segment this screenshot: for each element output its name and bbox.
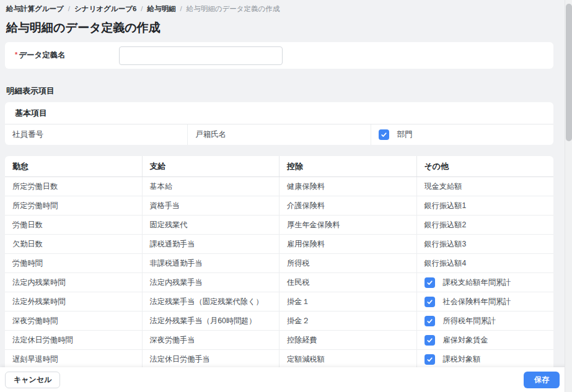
table-cell: 社会保険料年間累計 <box>417 292 554 311</box>
table-cell: 課税支給額年間累計 <box>417 273 554 292</box>
table-cell: 銀行振込額3 <box>417 235 554 253</box>
cell-label: 雇保対象賃金 <box>443 335 488 346</box>
cell-label: 部門 <box>397 129 413 140</box>
breadcrumb-separator: / <box>141 5 143 13</box>
cell-label: 雇用保険料 <box>287 239 325 250</box>
table-cell: 現金支給額 <box>417 177 554 196</box>
checkbox[interactable] <box>425 316 435 326</box>
table-cell: 深夜労働手当 <box>143 331 280 349</box>
table-cell: 資格手当 <box>143 196 280 215</box>
table-cell: 法定休日労働時間 <box>5 331 143 349</box>
vertical-scrollbar[interactable] <box>565 0 572 392</box>
breadcrumb-item[interactable]: 給与計算グループ <box>6 5 64 13</box>
cell-label: 法定外残業時間 <box>12 297 65 307</box>
items-table: 勤怠支給控除その他 所定労働日数基本給健康保険料現金支給額所定労働時間資格手当介… <box>5 156 553 369</box>
table-cell: 部門 <box>371 124 553 145</box>
breadcrumb-separator: / <box>180 5 182 13</box>
basic-items-header: 基本項目 <box>5 102 553 124</box>
checkbox[interactable] <box>425 297 435 307</box>
cell-label: 固定残業代 <box>150 220 188 230</box>
table-cell: 遅刻早退時間 <box>5 350 143 368</box>
cell-label: 基本給 <box>150 181 173 192</box>
save-button[interactable]: 保存 <box>524 372 560 388</box>
column-header: 控除 <box>279 156 417 176</box>
table-cell: 課税通勤手当 <box>143 235 280 253</box>
table-cell: 定額減税額 <box>279 350 417 368</box>
table-cell: 法定外残業手当（月60時間超） <box>143 311 280 330</box>
page-title: 給与明細のデータ定義の作成 <box>6 20 561 36</box>
cell-label: 欠勤日数 <box>12 239 43 250</box>
data-definition-form-card: * データ定義名 <box>5 42 553 69</box>
column-header: 勤怠 <box>5 156 143 176</box>
cell-label: 社会保険料年間累計 <box>443 297 511 307</box>
column-header: 支給 <box>143 156 280 176</box>
basic-items-row: 社員番号戸籍氏名部門 <box>5 124 553 145</box>
breadcrumb-item[interactable]: シナリオグループ6 <box>74 5 136 13</box>
scrollbar-thumb[interactable] <box>566 4 572 141</box>
cell-label: 課税支給額年間累計 <box>443 277 511 288</box>
cell-label: 銀行振込額1 <box>425 201 467 211</box>
table-row: 欠勤日数課税通勤手当雇用保険料銀行振込額3 <box>5 235 553 254</box>
cell-label: 掛金１ <box>287 297 310 307</box>
cell-label: 法定内残業時間 <box>12 277 65 288</box>
table-cell: 法定内残業手当 <box>143 273 280 292</box>
check-icon <box>426 298 433 305</box>
table-cell: 住民税 <box>279 273 417 292</box>
cell-label: 現金支給額 <box>425 181 462 192</box>
table-cell: 法定残業手当（固定残業代除く） <box>143 292 280 311</box>
table-cell: 法定外残業時間 <box>5 292 143 311</box>
table-cell: 介護保険料 <box>279 196 417 215</box>
cell-label: 所得税 <box>287 258 310 269</box>
table-cell: 厚生年金保険料 <box>279 216 417 234</box>
cell-label: 銀行振込額3 <box>425 239 467 250</box>
check-icon <box>426 318 433 324</box>
table-cell: 所得税年間累計 <box>417 311 554 330</box>
cell-label: 遅刻早退時間 <box>12 354 58 365</box>
cell-label: 非課税通勤手当 <box>150 258 203 269</box>
checkbox[interactable] <box>425 335 435 346</box>
data-definition-name-label: * データ定義名 <box>15 50 119 61</box>
checkbox[interactable] <box>379 129 389 140</box>
cell-label: 定額減税額 <box>287 354 325 365</box>
table-cell: 銀行振込額4 <box>417 254 554 272</box>
table-cell: 固定残業代 <box>143 216 280 234</box>
table-cell: 基本給 <box>143 177 280 196</box>
cell-label: 深夜労働手当 <box>150 335 195 346</box>
table-cell: 所定労働時間 <box>5 196 143 215</box>
table-cell: 銀行振込額1 <box>417 196 554 215</box>
table-cell: 所定労働日数 <box>5 177 143 196</box>
data-definition-name-input[interactable] <box>119 46 283 65</box>
breadcrumb-current: 給与明細のデータ定義の作成 <box>187 5 280 13</box>
table-cell: 非課税通勤手当 <box>143 254 280 272</box>
check-icon <box>426 356 433 363</box>
cancel-button[interactable]: キャンセル <box>5 372 60 388</box>
cell-label: 健康保険料 <box>287 181 325 192</box>
cell-label: 戸籍氏名 <box>195 129 226 140</box>
cell-label: 法定外残業手当（月60時間超） <box>150 316 257 326</box>
checkbox[interactable] <box>425 277 435 288</box>
cell-label: 課税通勤手当 <box>150 239 195 250</box>
cell-label: 深夜労働時間 <box>12 316 58 326</box>
check-icon <box>426 279 433 286</box>
breadcrumb: 給与計算グループ/シナリオグループ6/給与明細/給与明細のデータ定義の作成 <box>5 5 561 13</box>
field-label-text: データ定義名 <box>19 50 66 61</box>
cell-label: 控除経費 <box>287 335 317 346</box>
basic-items-card: 基本項目 社員番号戸籍氏名部門 <box>5 102 553 145</box>
table-cell: 掛金２ <box>279 311 417 330</box>
footer-bar: キャンセル 保存 <box>0 367 572 392</box>
table-cell: 健康保険料 <box>279 177 417 196</box>
table-row: 労働日数固定残業代厚生年金保険料銀行振込額2 <box>5 216 553 235</box>
table-row: 所定労働日数基本給健康保険料現金支給額 <box>5 177 553 196</box>
cell-label: 社員番号 <box>12 129 43 140</box>
table-cell: 控除経費 <box>279 331 417 349</box>
table-header-row: 勤怠支給控除その他 <box>5 156 553 177</box>
cell-label: 所定労働時間 <box>12 201 58 211</box>
column-header: その他 <box>417 156 554 176</box>
table-cell: 雇用保険料 <box>279 235 417 253</box>
table-cell: 社員番号 <box>5 124 188 145</box>
cell-label: 課税対象額 <box>443 354 481 365</box>
checkbox[interactable] <box>425 354 435 365</box>
cell-label: 厚生年金保険料 <box>287 220 340 230</box>
table-row: 法定休日労働時間深夜労働手当控除経費雇保対象賃金 <box>5 331 553 350</box>
breadcrumb-item[interactable]: 給与明細 <box>147 5 176 13</box>
